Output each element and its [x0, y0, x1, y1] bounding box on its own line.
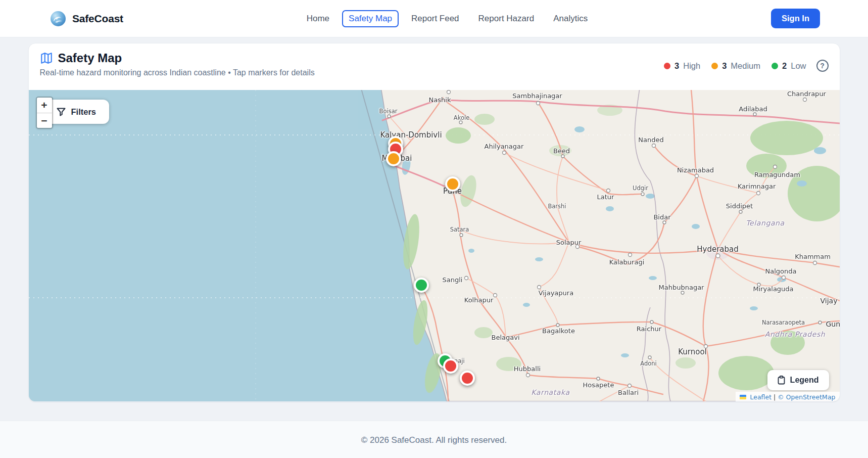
brand-name: SafeCoast [72, 13, 123, 25]
map-viewport[interactable]: NashikSambhajinagarChandrapurBoisarAkole… [29, 90, 840, 401]
map-label-khammam: Khammam [795, 253, 831, 260]
help-icon[interactable]: ? [816, 60, 829, 72]
map-label-bagalkote: Bagalkote [542, 327, 575, 335]
map-label-nashik: Nashik [429, 96, 451, 104]
map-label-akole: Akole [454, 114, 469, 121]
map-label-nanded: Nanded [638, 136, 663, 144]
map-label-miryalaguda: Miryalaguda [753, 285, 793, 293]
page-subtitle: Real-time hazard monitoring across India… [40, 68, 315, 77]
stat-count: 3 [722, 61, 727, 71]
zoom-control: + − [36, 97, 53, 129]
openstreetmap-link[interactable]: © OpenStreetMap [778, 393, 835, 401]
map-label-andhra-pradesh: Andhra Pradesh [765, 330, 826, 338]
sign-in-button[interactable]: Sign In [771, 9, 820, 28]
hazard-marker-low[interactable] [414, 278, 429, 293]
filters-button[interactable]: Filters [44, 100, 110, 124]
map-attribution: Leaflet | © OpenStreetMap [736, 392, 839, 401]
hazard-marker-medium[interactable] [386, 151, 401, 166]
nav-item-home[interactable]: Home [300, 10, 336, 27]
map-label-latur: Latur [597, 193, 614, 201]
map-label-udgir: Udgir [633, 185, 648, 192]
legend-stat-low: 2Low [771, 61, 806, 71]
map-label-sambhajinagar: Sambhajinagar [512, 92, 562, 100]
wave-logo-icon [51, 11, 66, 26]
hazard-marker-high[interactable] [460, 371, 475, 386]
map-label-narasaraopeta: Narasaraopeta [762, 319, 805, 326]
filters-label: Filters [71, 107, 97, 117]
map-label-barshi: Barshi [548, 203, 566, 210]
map-label-vijay: Vijay [821, 297, 838, 305]
map-label-adoni: Adoni [640, 360, 656, 367]
zoom-out-button[interactable]: − [37, 113, 52, 128]
stat-count: 3 [674, 61, 679, 71]
legend-label: Legend [790, 376, 819, 385]
nav-item-report-feed[interactable]: Report Feed [405, 10, 466, 27]
map-label-mahbubnagar: Mahbubnagar [659, 284, 704, 291]
map-label-kalaburagi: Kalaburagi [609, 258, 645, 266]
map-label-nizamabad: Nizamabad [677, 166, 714, 174]
map-label-karnataka: Karnataka [531, 388, 569, 396]
map-label-siddipet: Siddipet [726, 202, 753, 210]
map-label-telangana: Telangana [746, 219, 784, 227]
medium-dot-icon [711, 63, 718, 69]
map-label-ahilyanagar: Ahilyanagar [485, 143, 524, 150]
stat-label: High [683, 61, 700, 71]
legend-stat-medium: 3Medium [711, 61, 760, 71]
stat-count: 2 [782, 61, 787, 71]
map-label-beed: Beed [553, 147, 570, 155]
card-header: Safety Map Real-time hazard monitoring a… [29, 43, 840, 90]
map-label-kolhapur: Kolhapur [464, 296, 493, 304]
ukraine-flag-icon [740, 395, 746, 399]
low-dot-icon [771, 63, 778, 69]
brand: SafeCoast [51, 11, 123, 26]
nav-item-report-hazard[interactable]: Report Hazard [472, 10, 541, 27]
top-navbar: SafeCoast HomeSafety MapReport FeedRepor… [0, 0, 868, 37]
map-label-hosapete: Hosapete [583, 381, 614, 389]
leaflet-link[interactable]: Leaflet [750, 393, 771, 401]
map-label-adilabad: Adilabad [739, 105, 767, 113]
map-label-raichur: Raichur [637, 325, 661, 333]
map-label-nalgonda: Nalgonda [765, 267, 797, 275]
map-label-hyderabad: Hyderabad [697, 245, 739, 254]
nav-item-safety-map[interactable]: Safety Map [342, 10, 399, 27]
map-label-solapur: Solapur [556, 239, 582, 246]
nav-item-analytics[interactable]: Analytics [547, 10, 594, 27]
hazard-marker-high[interactable] [443, 358, 458, 374]
legend-button[interactable]: Legend [767, 370, 829, 390]
page-footer: © 2026 SafeCoast. All rights reserved. [0, 421, 868, 458]
map-title-icon [40, 52, 53, 65]
hazard-marker-medium[interactable] [445, 176, 460, 192]
high-dot-icon [664, 63, 670, 69]
map-label-ramagundam: Ramagundam [754, 171, 800, 178]
map-label-ballari: Ballari [618, 389, 639, 396]
map-label-sangli: Sangli [443, 276, 463, 284]
map-label-belagavi: Belagavi [491, 334, 519, 341]
map-label-vijayapura: Vijayapura [539, 289, 573, 297]
map-label-kurnool: Kurnool [678, 347, 707, 356]
attribution-separator: | [774, 393, 776, 401]
clipboard-icon [778, 376, 785, 385]
map-label-hubballi: Hubballi [514, 365, 541, 373]
safety-map-card: Safety Map Real-time hazard monitoring a… [28, 43, 840, 402]
severity-legend: 3High3Medium2Low ? [664, 60, 828, 72]
map-label-satara: Satara [450, 226, 469, 233]
zoom-in-button[interactable]: + [37, 98, 52, 113]
stat-label: Medium [731, 61, 760, 71]
main-nav: HomeSafety MapReport FeedReport HazardAn… [300, 10, 594, 27]
stat-label: Low [791, 61, 806, 71]
map-label-bidar: Bidar [653, 213, 670, 221]
map-label-boisar: Boisar [379, 108, 398, 115]
copyright-text: © 2026 SafeCoast. All rights reserved. [0, 435, 868, 445]
map-label-chandrapur: Chandrapur [787, 90, 826, 98]
map-label-gunt: Gunt [826, 320, 840, 328]
funnel-icon [57, 108, 66, 116]
page-title: Safety Map [58, 51, 122, 65]
map-label-karimnagar: Karimnagar [738, 182, 776, 190]
legend-stat-high: 3High [664, 61, 700, 71]
